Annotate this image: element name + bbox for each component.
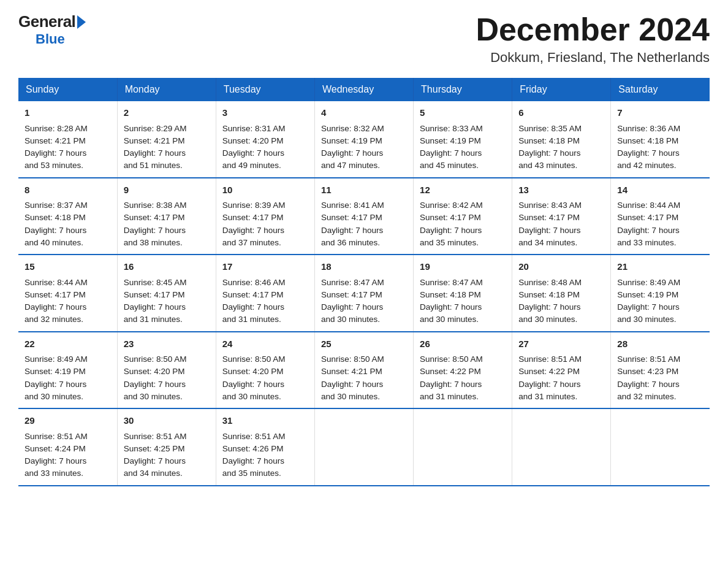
daylight-minutes: and 35 minutes. — [222, 469, 281, 478]
calendar-day-cell: 15Sunrise: 8:44 AMSunset: 4:17 PMDayligh… — [18, 255, 117, 332]
calendar-day-cell: 7Sunrise: 8:36 AMSunset: 4:18 PMDaylight… — [611, 101, 710, 178]
calendar-day-cell: 8Sunrise: 8:37 AMSunset: 4:18 PMDaylight… — [18, 178, 117, 255]
daylight-text: Daylight: 7 hours — [222, 456, 284, 465]
sunset-text: Sunset: 4:26 PM — [222, 444, 284, 453]
sunrise-text: Sunrise: 8:47 AM — [420, 278, 483, 287]
sunrise-text: Sunrise: 8:49 AM — [25, 354, 88, 364]
day-number: 27 — [518, 337, 604, 351]
calendar-day-cell: 16Sunrise: 8:45 AMSunset: 4:17 PMDayligh… — [117, 255, 216, 332]
month-year-title: December 2024 — [476, 12, 710, 47]
daylight-text: Daylight: 7 hours — [518, 302, 580, 312]
sunrise-text: Sunrise: 8:29 AM — [124, 124, 187, 133]
calendar-day-cell — [314, 408, 413, 486]
daylight-text: Daylight: 7 hours — [518, 148, 580, 158]
calendar-day-cell: 17Sunrise: 8:46 AMSunset: 4:17 PMDayligh… — [216, 255, 314, 332]
daylight-text: Daylight: 7 hours — [518, 226, 580, 235]
logo: General Blue — [18, 12, 86, 47]
day-number: 13 — [518, 183, 604, 197]
sunrise-text: Sunrise: 8:51 AM — [124, 432, 187, 441]
sunset-text: Sunset: 4:18 PM — [518, 290, 580, 299]
daylight-text: Daylight: 7 hours — [321, 380, 383, 389]
sunrise-text: Sunrise: 8:36 AM — [617, 124, 680, 133]
sunset-text: Sunset: 4:21 PM — [321, 367, 382, 376]
day-number: 9 — [124, 183, 210, 197]
calendar-day-cell: 6Sunrise: 8:35 AMSunset: 4:18 PMDaylight… — [512, 101, 611, 178]
sunset-text: Sunset: 4:19 PM — [420, 136, 481, 145]
daylight-text: Daylight: 7 hours — [124, 456, 186, 465]
page-header: General Blue December 2024 Dokkum, Fries… — [18, 12, 710, 66]
sunrise-text: Sunrise: 8:35 AM — [518, 124, 582, 133]
daylight-text: Daylight: 7 hours — [420, 148, 482, 158]
daylight-text: Daylight: 7 hours — [124, 302, 186, 312]
logo-general-text: General — [18, 12, 75, 31]
sunset-text: Sunset: 4:18 PM — [420, 290, 481, 299]
calendar-day-cell: 1Sunrise: 8:28 AMSunset: 4:21 PMDaylight… — [18, 101, 117, 178]
daylight-minutes: and 43 minutes. — [518, 161, 577, 170]
day-number: 30 — [124, 414, 210, 428]
daylight-minutes: and 34 minutes. — [518, 238, 577, 247]
sunset-text: Sunset: 4:17 PM — [222, 290, 284, 299]
daylight-minutes: and 31 minutes. — [420, 392, 479, 401]
sunset-text: Sunset: 4:20 PM — [124, 367, 185, 376]
calendar-day-cell — [611, 408, 710, 486]
daylight-minutes: and 32 minutes. — [617, 392, 676, 401]
calendar-day-cell: 31Sunrise: 8:51 AMSunset: 4:26 PMDayligh… — [216, 408, 314, 486]
daylight-minutes: and 30 minutes. — [321, 392, 380, 401]
day-number: 5 — [420, 106, 506, 120]
sunset-text: Sunset: 4:17 PM — [124, 290, 185, 299]
daylight-text: Daylight: 7 hours — [420, 380, 482, 389]
calendar-day-cell: 21Sunrise: 8:49 AMSunset: 4:19 PMDayligh… — [611, 255, 710, 332]
daylight-minutes: and 30 minutes. — [124, 392, 183, 401]
calendar-week-row: 1Sunrise: 8:28 AMSunset: 4:21 PMDaylight… — [18, 101, 710, 178]
daylight-minutes: and 51 minutes. — [124, 161, 183, 170]
day-number: 22 — [25, 337, 111, 351]
header-thursday: Thursday — [414, 78, 512, 101]
calendar-day-cell: 14Sunrise: 8:44 AMSunset: 4:17 PMDayligh… — [611, 178, 710, 255]
calendar-day-cell: 22Sunrise: 8:49 AMSunset: 4:19 PMDayligh… — [18, 332, 117, 409]
day-number: 26 — [420, 337, 506, 351]
calendar-table: Sunday Monday Tuesday Wednesday Thursday… — [18, 78, 710, 486]
daylight-minutes: and 40 minutes. — [25, 238, 83, 247]
daylight-minutes: and 35 minutes. — [420, 238, 479, 247]
calendar-day-cell: 2Sunrise: 8:29 AMSunset: 4:21 PMDaylight… — [117, 101, 216, 178]
calendar-day-cell: 11Sunrise: 8:41 AMSunset: 4:17 PMDayligh… — [314, 178, 413, 255]
calendar-header-row: Sunday Monday Tuesday Wednesday Thursday… — [18, 78, 710, 101]
header-friday: Friday — [512, 78, 611, 101]
day-number: 19 — [420, 260, 506, 274]
day-number: 12 — [420, 183, 506, 197]
daylight-text: Daylight: 7 hours — [25, 456, 86, 465]
day-number: 10 — [222, 183, 308, 197]
day-number: 14 — [617, 183, 703, 197]
daylight-text: Daylight: 7 hours — [222, 380, 284, 389]
day-number: 16 — [124, 260, 210, 274]
daylight-text: Daylight: 7 hours — [420, 226, 482, 235]
day-number: 2 — [124, 106, 210, 120]
sunset-text: Sunset: 4:19 PM — [617, 290, 678, 299]
daylight-minutes: and 30 minutes. — [321, 315, 380, 324]
daylight-text: Daylight: 7 hours — [222, 226, 284, 235]
daylight-minutes: and 37 minutes. — [222, 238, 281, 247]
calendar-week-row: 22Sunrise: 8:49 AMSunset: 4:19 PMDayligh… — [18, 332, 710, 409]
day-number: 8 — [25, 183, 111, 197]
header-sunday: Sunday — [18, 78, 117, 101]
sunset-text: Sunset: 4:22 PM — [420, 367, 481, 376]
daylight-minutes: and 31 minutes. — [222, 315, 281, 324]
calendar-day-cell: 20Sunrise: 8:48 AMSunset: 4:18 PMDayligh… — [512, 255, 611, 332]
day-number: 29 — [25, 414, 111, 428]
sunrise-text: Sunrise: 8:50 AM — [222, 354, 286, 364]
daylight-text: Daylight: 7 hours — [25, 226, 86, 235]
daylight-text: Daylight: 7 hours — [321, 226, 383, 235]
calendar-day-cell: 18Sunrise: 8:47 AMSunset: 4:17 PMDayligh… — [314, 255, 413, 332]
calendar-day-cell: 5Sunrise: 8:33 AMSunset: 4:19 PMDaylight… — [414, 101, 512, 178]
daylight-minutes: and 33 minutes. — [617, 238, 676, 247]
daylight-minutes: and 32 minutes. — [25, 315, 83, 324]
calendar-day-cell: 12Sunrise: 8:42 AMSunset: 4:17 PMDayligh… — [414, 178, 512, 255]
sunrise-text: Sunrise: 8:32 AM — [321, 124, 384, 133]
sunrise-text: Sunrise: 8:51 AM — [222, 432, 286, 441]
day-number: 20 — [518, 260, 604, 274]
sunset-text: Sunset: 4:25 PM — [124, 444, 185, 453]
sunrise-text: Sunrise: 8:47 AM — [321, 278, 384, 287]
daylight-minutes: and 53 minutes. — [25, 161, 83, 170]
sunrise-text: Sunrise: 8:44 AM — [25, 278, 88, 287]
day-number: 15 — [25, 260, 111, 274]
